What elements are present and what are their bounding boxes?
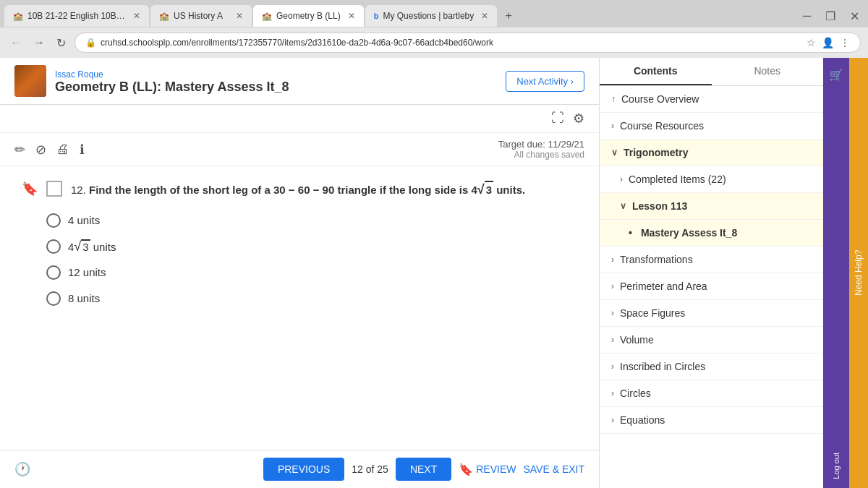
url-text: cruhsd.schoolsplp.com/enrollments/172355…: [101, 38, 493, 48]
tab-history[interactable]: 🏫 US History A ✕: [150, 5, 252, 27]
toc-space-figures[interactable]: › Space Figures: [600, 300, 823, 327]
save-exit-button[interactable]: SAVE & EXIT: [523, 463, 584, 475]
toc-circles[interactable]: › Circles: [600, 380, 823, 407]
tab-label-english: 10B 21-22 English 10B (LL): [27, 11, 126, 21]
toc-label-perimeter-area: Perimeter and Area: [620, 281, 812, 292]
right-sidebar: Contents Notes ↑ Course Overview › Cours…: [599, 58, 823, 488]
toc-perimeter-area[interactable]: › Perimeter and Area: [600, 273, 823, 300]
tab-label-history: US History A: [174, 11, 229, 21]
pencil-icon[interactable]: ✏: [14, 142, 25, 158]
question-number: 12.: [71, 184, 86, 196]
cart-icon[interactable]: 🛒: [829, 64, 843, 86]
toc-trigonometry[interactable]: ∨ Trigonometry: [600, 140, 823, 166]
option-1[interactable]: 4 units: [46, 213, 577, 228]
tab-close-geometry[interactable]: ✕: [348, 11, 355, 21]
toc-label-trigonometry: Trigonometry: [624, 147, 812, 158]
question-body: Find the length of the short leg of a 30…: [89, 184, 525, 196]
toc-label-mastery-assess: Mastery Assess It_8: [641, 227, 812, 239]
chevron-right-icon-circles: ›: [611, 388, 614, 398]
toc-course-resources[interactable]: › Course Resources: [600, 113, 823, 140]
close-button[interactable]: ✕: [846, 8, 864, 25]
toc-course-overview[interactable]: ↑ Course Overview: [600, 86, 823, 113]
content-actions: ⛶ ⚙: [0, 105, 599, 133]
note-icon[interactable]: [46, 181, 62, 197]
content-header: Issac Roque Geometry B (LL): Mastery Ass…: [0, 58, 599, 105]
tab-close-history[interactable]: ✕: [236, 11, 243, 21]
chevron-right-icon-resources: ›: [611, 121, 614, 131]
option-3[interactable]: 12 units: [46, 265, 577, 280]
info-icon[interactable]: ℹ: [80, 142, 85, 158]
toolbar-icons: ✏ ⊘ 🖨 ℹ: [14, 142, 85, 158]
tab-geometry[interactable]: 🏫 Geometry B (LL) ✕: [253, 5, 364, 27]
reload-button[interactable]: ↻: [54, 35, 69, 51]
toc-completed-items[interactable]: › Completed Items (22): [600, 166, 823, 193]
tab-favicon-geometry: 🏫: [262, 12, 272, 21]
review-button[interactable]: 🔖 REVIEW: [459, 463, 516, 476]
toolbar: ✏ ⊘ 🖨 ℹ Target due: 11/29/21 All changes…: [0, 133, 599, 166]
chevron-right-icon-perimeter: ›: [611, 281, 614, 291]
fullscreen-icon[interactable]: ⛶: [551, 111, 564, 127]
toc-label-volume: Volume: [620, 334, 812, 346]
option-3-label: 12 units: [68, 266, 106, 278]
tab-bar: 🏫 10B 21-22 English 10B (LL) ✕ 🏫 US Hist…: [0, 0, 868, 27]
need-help-tab[interactable]: Need Help?: [849, 58, 868, 488]
tab-favicon-history: 🏫: [159, 12, 169, 21]
tab-contents[interactable]: Contents: [600, 58, 712, 85]
tab-label-geometry: Geometry B (LL): [276, 11, 341, 21]
chevron-right-icon-completed: ›: [620, 174, 623, 184]
toc-label-lesson-113: Lesson 113: [632, 200, 812, 212]
print-icon[interactable]: 🖨: [56, 142, 69, 157]
chevron-down-icon-lesson: ∨: [620, 201, 626, 211]
tab-bartleby[interactable]: b My Questions | bartleby ✕: [365, 5, 498, 27]
window-controls: ─ ❐ ✕: [799, 8, 864, 25]
toc-mastery-assess-it-8[interactable]: • Mastery Assess It_8: [600, 220, 823, 247]
profile-icon[interactable]: 👤: [822, 37, 834, 48]
toc-lesson-113[interactable]: ∨ Lesson 113: [600, 193, 823, 220]
block-icon[interactable]: ⊘: [35, 142, 46, 158]
tab-english[interactable]: 🏫 10B 21-22 English 10B (LL) ✕: [4, 5, 149, 27]
save-status: All changes saved: [498, 150, 584, 160]
toc-label-completed-items: Completed Items (22): [629, 174, 812, 185]
toc-volume[interactable]: › Volume: [600, 327, 823, 354]
toc-equations[interactable]: › Equations: [600, 407, 823, 434]
option-2[interactable]: 4√3 units: [46, 239, 577, 254]
toc-transformations[interactable]: › Transformations: [600, 247, 823, 273]
back-button[interactable]: ←: [7, 35, 25, 51]
toc-label-equations: Equations: [620, 414, 812, 426]
tab-favicon-bartleby: b: [374, 12, 379, 20]
chevron-right-icon-equations: ›: [611, 415, 614, 425]
toc-label-inscribed-circles: Inscribed in Circles: [620, 361, 812, 372]
menu-icon[interactable]: ⋮: [840, 37, 850, 48]
radio-2[interactable]: [46, 239, 61, 254]
logout-label[interactable]: Log out: [832, 450, 841, 482]
bookmark-icon[interactable]: 🔖: [22, 181, 38, 197]
minimize-button[interactable]: ─: [799, 8, 815, 24]
radio-1[interactable]: [46, 213, 61, 228]
option-4[interactable]: 8 units: [46, 291, 577, 306]
review-bookmark-icon: 🔖: [459, 463, 473, 476]
next-activity-button[interactable]: Next Activity: [506, 71, 584, 92]
tab-notes[interactable]: Notes: [712, 58, 824, 85]
settings-icon[interactable]: ⚙: [573, 111, 584, 127]
toc-label-course-overview: Course Overview: [621, 93, 812, 105]
chevron-down-icon-trig: ∨: [611, 147, 618, 158]
user-name-link[interactable]: Issac Roque: [55, 69, 103, 80]
tab-close-english[interactable]: ✕: [133, 11, 140, 21]
new-tab-button[interactable]: +: [498, 6, 519, 26]
maximize-button[interactable]: ❐: [821, 8, 840, 25]
history-icon[interactable]: 🕐: [14, 461, 30, 477]
avatar-image: [14, 65, 46, 97]
vertical-sidebar: 🛒 Log out: [823, 58, 849, 488]
tab-close-bartleby[interactable]: ✕: [481, 11, 488, 21]
forward-button[interactable]: →: [30, 35, 48, 51]
radio-4[interactable]: [46, 291, 61, 306]
toc-panel: ↑ Course Overview › Course Resources ∨ T…: [600, 86, 823, 488]
next-button[interactable]: NEXT: [396, 458, 451, 481]
url-bar[interactable]: 🔒 cruhsd.schoolsplp.com/enrollments/1723…: [75, 33, 861, 53]
toc-inscribed-circles[interactable]: › Inscribed in Circles: [600, 354, 823, 380]
radio-3[interactable]: [46, 265, 61, 280]
previous-button[interactable]: PREVIOUS: [263, 458, 344, 481]
bookmark-star-icon[interactable]: ☆: [807, 37, 816, 48]
tab-label-bartleby: My Questions | bartleby: [383, 11, 474, 21]
toc-label-transformations: Transformations: [620, 254, 812, 265]
